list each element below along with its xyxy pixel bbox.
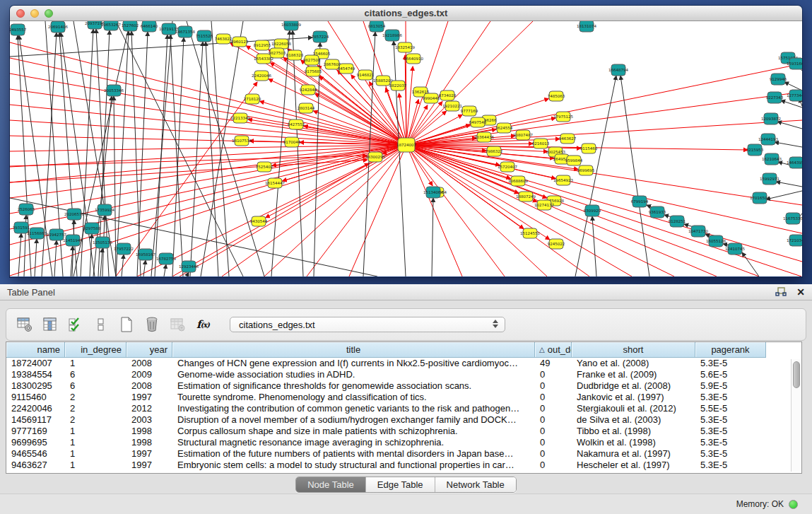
table-cell[interactable]: 1 <box>65 358 126 369</box>
table-cell[interactable]: 6 <box>65 369 126 380</box>
network-node[interactable]: 18724007 <box>396 138 416 152</box>
table-cell[interactable]: Dudbridge et al. (2008) <box>572 380 695 392</box>
table-cell[interactable]: 5.3E-5 <box>695 414 766 426</box>
network-node[interactable]: 10653267 <box>101 21 121 30</box>
network-node[interactable]: 15720407 <box>498 162 517 172</box>
network-node[interactable]: 17957222 <box>114 243 134 255</box>
table-row[interactable]: 1830029562008Estimation of significance … <box>6 380 791 392</box>
tab-edge-table[interactable]: Edge Table <box>365 477 435 492</box>
network-node[interactable]: 18300295 <box>365 152 385 162</box>
table-cell[interactable]: Wolkin et al. (1998) <box>572 437 695 448</box>
network-node[interactable]: 11675333 <box>783 213 802 224</box>
network-node[interactable]: 9777169 <box>461 106 478 116</box>
table-cell[interactable]: 1997 <box>126 448 172 460</box>
table-cell[interactable]: 1 <box>65 437 126 448</box>
table-cell[interactable]: Yano et al. (2008) <box>572 358 695 369</box>
table-cell[interactable]: 2008 <box>126 380 172 392</box>
network-node[interactable]: 18131074 <box>577 21 596 32</box>
table-cell[interactable]: Genome-wide association studies in ADHD. <box>172 369 535 380</box>
scrollbar-thumb[interactable] <box>793 361 800 388</box>
network-node[interactable]: 16055128 <box>706 235 726 247</box>
table-cell[interactable]: Tibbo et al. (1998) <box>572 426 695 437</box>
network-node[interactable]: 9827508 <box>303 55 321 65</box>
network-node[interactable]: 7485063 <box>548 91 565 101</box>
network-node[interactable]: 9242844 <box>300 85 317 95</box>
table-cell[interactable]: 9777169 <box>6 426 65 437</box>
network-node[interactable]: 2526065 <box>18 204 35 215</box>
table-cell[interactable]: 0 <box>535 403 572 414</box>
table-cell[interactable]: 5.3E-5 <box>695 460 766 471</box>
delete-column-icon[interactable] <box>143 316 160 333</box>
network-node[interactable]: 12093872 <box>761 113 781 124</box>
table-cell[interactable]: 6 <box>65 380 126 392</box>
table-row[interactable]: 2242004622012Investigating the contribut… <box>6 403 791 414</box>
table-cell[interactable]: Tourette syndrome. Phenomenology and cla… <box>172 392 535 403</box>
table-cell[interactable]: 2012 <box>126 403 172 414</box>
table-settings-icon[interactable] <box>16 316 33 333</box>
network-node[interactable]: 16154447 <box>265 178 285 188</box>
network-node[interactable]: 11451944 <box>63 235 83 246</box>
network-node[interactable]: 10807487 <box>513 130 533 140</box>
table-cell[interactable]: Changes of HCN gene expression and I(f) … <box>172 358 535 369</box>
network-node[interactable]: 9430544 <box>250 216 268 226</box>
table-cell[interactable]: Embryonic stem cells: a model to study s… <box>172 460 535 471</box>
column-header-out_de[interactable]: △out_de… <box>535 342 572 358</box>
network-node[interactable]: 6216013 <box>532 139 550 148</box>
table-row[interactable]: 946362711997Embryonic stem cells: a mode… <box>6 460 791 471</box>
network-node[interactable]: 17016504 <box>750 192 770 204</box>
zoom-window-button[interactable] <box>45 9 53 18</box>
network-node[interactable]: 18325419 <box>395 42 415 52</box>
network-node[interactable]: 8822037 <box>389 81 407 90</box>
network-node[interactable]: 6799194 <box>631 196 649 207</box>
table-cell[interactable]: 0 <box>535 380 572 392</box>
table-cell[interactable]: 2008 <box>126 358 172 369</box>
column-show-hide-icon[interactable] <box>42 316 59 333</box>
network-node[interactable]: 9245022 <box>548 239 565 249</box>
network-node[interactable]: 8912955 <box>254 40 271 50</box>
network-node[interactable]: 16210643 <box>762 153 782 165</box>
table-cell[interactable]: Estimation of significance thresholds fo… <box>172 380 535 392</box>
table-cell[interactable]: Structural magnetic resonance image aver… <box>172 437 535 448</box>
network-node[interactable]: 1527602 <box>122 21 139 31</box>
table-row[interactable]: 911546021997Tourette syndrome. Phenomeno… <box>6 392 791 403</box>
table-cell[interactable]: Corpus callosum shape and size in male p… <box>172 426 535 437</box>
table-cell[interactable]: 1997 <box>126 392 172 403</box>
network-node[interactable]: 12505135 <box>93 237 112 248</box>
network-node[interactable]: 20053346 <box>104 85 124 96</box>
table-row[interactable]: 977716911998Corpus callosum shape and si… <box>6 426 791 437</box>
network-node[interactable]: 9175685 <box>305 66 322 76</box>
table-cell[interactable]: 5.6E-5 <box>695 369 766 380</box>
table-cell[interactable]: 1997 <box>126 460 172 471</box>
table-row[interactable]: 1456911722003Disruption of a novel membe… <box>6 414 791 426</box>
network-node[interactable]: 3624554 <box>495 123 513 133</box>
network-node[interactable]: 19654923 <box>553 175 573 185</box>
table-cell[interactable]: 2009 <box>126 369 172 380</box>
table-cell[interactable]: 0 <box>535 437 572 448</box>
network-node[interactable]: 15992971 <box>760 173 779 185</box>
network-node[interactable]: 7525402 <box>256 162 273 172</box>
table-cell[interactable]: 9699695 <box>6 437 65 448</box>
table-cell[interactable]: Nakamura et al. (1997) <box>572 448 695 460</box>
table-cell[interactable]: 2 <box>65 414 126 426</box>
network-node[interactable]: 7463822 <box>215 34 233 44</box>
network-node[interactable]: 2718120 <box>244 94 261 104</box>
table-cell[interactable]: 2003 <box>126 414 172 426</box>
table-cell[interactable]: 18724007 <box>6 358 65 369</box>
table-row[interactable]: 946554611997Estimation of the future num… <box>6 448 791 460</box>
network-node[interactable]: 8427552 <box>288 119 305 129</box>
network-node[interactable]: 19210221 <box>442 101 462 111</box>
table-cell[interactable]: Hescheler et al. (1997) <box>572 460 695 471</box>
network-node[interactable]: 8454749 <box>338 64 355 74</box>
network-node[interactable]: 8960123 <box>231 37 249 47</box>
network-node[interactable]: 12773444 <box>787 90 802 101</box>
network-node[interactable]: 18107534 <box>232 136 252 146</box>
vertical-scrollbar[interactable] <box>791 359 801 472</box>
network-node[interactable]: 14643955 <box>787 157 802 168</box>
table-cell[interactable]: 9463627 <box>6 460 65 471</box>
network-node[interactable]: 2803144 <box>298 103 315 113</box>
table-row[interactable]: 1938455462009Genome-wide association stu… <box>6 369 791 380</box>
network-node[interactable]: 6497548 <box>469 117 487 127</box>
table-cell[interactable]: 5.3E-5 <box>695 437 766 448</box>
tab-network-table[interactable]: Network Table <box>435 477 516 492</box>
table-cell[interactable]: Stergiakouli et al. (2012) <box>572 403 695 414</box>
